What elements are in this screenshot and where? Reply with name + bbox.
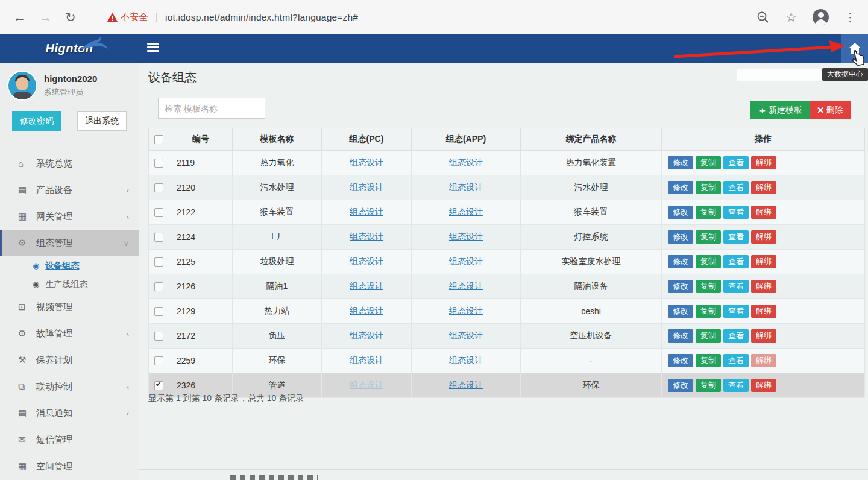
app-config-link[interactable]: 组态设计 [449, 182, 483, 192]
copy-button[interactable]: 复制 [696, 181, 721, 194]
unbind-button[interactable]: 解绑 [751, 206, 776, 219]
sidebar-item-故障管理[interactable]: ⚙故障管理‹ [0, 320, 139, 347]
app-config-link[interactable]: 组态设计 [449, 232, 483, 241]
app-config-link[interactable]: 组态设计 [449, 380, 483, 390]
pc-config-link[interactable]: 组态设计 [350, 182, 383, 192]
unbind-button[interactable]: 解绑 [751, 230, 776, 244]
row-checkbox[interactable] [154, 257, 163, 267]
copy-button[interactable]: 复制 [696, 305, 721, 318]
url-bar[interactable]: iot.idosp.net/admin/index.html?language=… [165, 12, 358, 23]
view-button[interactable]: 查看 [723, 354, 749, 367]
unbind-button[interactable]: 解绑 [751, 305, 776, 318]
copy-button[interactable]: 复制 [696, 206, 721, 219]
unbind-button[interactable]: 解绑 [751, 329, 776, 343]
edit-button[interactable]: 修改 [668, 255, 693, 268]
sidebar-item-消息通知[interactable]: ▤消息通知‹ [0, 400, 139, 426]
sidebar-subitem-设备组态[interactable]: ◉设备组态 [0, 256, 139, 275]
view-button[interactable]: 查看 [723, 379, 749, 392]
template-search-input[interactable] [158, 98, 265, 119]
sidebar-subitem-生产线组态[interactable]: ◉生产线组态 [0, 275, 139, 294]
logout-button[interactable]: 退出系统 [77, 111, 127, 131]
sidebar-item-保养计划[interactable]: ⚒保养计划 [0, 347, 139, 373]
unbind-button[interactable]: 解绑 [751, 280, 776, 293]
zoom-out-icon[interactable] [756, 11, 770, 24]
sidebar-item-产品设备[interactable]: ▤产品设备‹ [0, 177, 139, 203]
row-checkbox[interactable] [154, 307, 163, 316]
unbind-button[interactable]: 解绑 [751, 156, 776, 169]
row-checkbox[interactable] [154, 381, 163, 390]
view-button[interactable]: 查看 [723, 181, 749, 194]
row-checkbox[interactable] [154, 332, 163, 341]
pc-config-link[interactable]: 组态设计 [350, 355, 383, 365]
delete-button[interactable]: ✕删除 [810, 101, 851, 119]
edit-button[interactable]: 修改 [668, 354, 693, 367]
row-checkbox[interactable] [154, 356, 163, 365]
edit-button[interactable]: 修改 [668, 206, 693, 219]
row-checkbox[interactable] [154, 282, 163, 291]
reload-icon[interactable]: ↻ [65, 10, 76, 25]
row-checkbox[interactable] [154, 183, 163, 192]
security-warning[interactable]: 不安全 [107, 11, 148, 23]
sidebar-item-视频管理[interactable]: ⊡视频管理 [0, 294, 139, 320]
pc-config-link[interactable]: 组态设计 [350, 330, 383, 340]
unbind-button[interactable]: 解绑 [751, 354, 776, 367]
pc-config-link[interactable]: 组态设计 [350, 380, 383, 390]
edit-button[interactable]: 修改 [668, 305, 693, 318]
edit-button[interactable]: 修改 [668, 181, 693, 194]
pc-config-link[interactable]: 组态设计 [350, 207, 383, 216]
app-config-link[interactable]: 组态设计 [449, 330, 483, 340]
edit-button[interactable]: 修改 [668, 156, 693, 169]
copy-button[interactable]: 复制 [696, 379, 721, 392]
pc-config-link[interactable]: 组态设计 [350, 157, 383, 167]
pc-config-link[interactable]: 组态设计 [350, 281, 383, 291]
copy-button[interactable]: 复制 [696, 329, 721, 343]
brand-logo[interactable]: Hignton [0, 34, 139, 63]
bookmark-star-icon[interactable]: ☆ [785, 10, 797, 25]
view-button[interactable]: 查看 [723, 280, 749, 293]
select-all-checkbox[interactable] [154, 135, 163, 144]
edit-button[interactable]: 修改 [668, 280, 693, 293]
hamburger-menu-icon[interactable] [147, 43, 159, 54]
pc-config-link[interactable]: 组态设计 [350, 306, 383, 315]
new-template-button[interactable]: ＋新建模板 [750, 101, 810, 119]
back-icon[interactable]: ← [13, 10, 26, 25]
change-password-button[interactable]: 修改密码 [12, 111, 61, 131]
app-config-link[interactable]: 组态设计 [449, 281, 483, 291]
unbind-button[interactable]: 解绑 [751, 181, 776, 194]
view-button[interactable]: 查看 [723, 329, 749, 343]
app-config-link[interactable]: 组态设计 [449, 207, 483, 216]
copy-button[interactable]: 复制 [696, 156, 721, 169]
app-config-link[interactable]: 组态设计 [449, 355, 483, 365]
view-button[interactable]: 查看 [723, 206, 749, 219]
browser-menu-icon[interactable]: ⋮ [844, 10, 856, 24]
home-button[interactable] [841, 34, 868, 63]
view-button[interactable]: 查看 [723, 305, 749, 318]
view-button[interactable]: 查看 [723, 156, 749, 169]
sidebar-item-空间管理[interactable]: ▦空间管理 [0, 453, 139, 479]
sidebar-item-组态管理[interactable]: ⚙组态管理∨ [0, 230, 139, 256]
sidebar-item-网关管理[interactable]: ▦网关管理‹ [0, 203, 139, 230]
row-checkbox[interactable] [154, 208, 163, 217]
pc-config-link[interactable]: 组态设计 [350, 256, 383, 266]
sidebar-item-联动控制[interactable]: ⧉联动控制‹ [0, 373, 139, 400]
edit-button[interactable]: 修改 [668, 379, 693, 392]
view-button[interactable]: 查看 [723, 230, 749, 244]
app-config-link[interactable]: 组态设计 [449, 256, 483, 266]
row-checkbox[interactable] [154, 233, 163, 242]
sidebar-item-短信管理[interactable]: ✉短信管理 [0, 426, 139, 453]
copy-button[interactable]: 复制 [696, 255, 721, 268]
unbind-button[interactable]: 解绑 [751, 379, 776, 392]
view-button[interactable]: 查看 [723, 255, 749, 268]
sidebar-item-系统总览[interactable]: ⌂系统总览 [0, 150, 139, 177]
pc-config-link[interactable]: 组态设计 [350, 232, 383, 241]
copy-button[interactable]: 复制 [696, 230, 721, 244]
row-checkbox[interactable] [154, 159, 163, 168]
app-config-link[interactable]: 组态设计 [449, 157, 483, 167]
browser-profile-avatar[interactable] [813, 9, 829, 25]
user-avatar[interactable] [7, 71, 37, 101]
copy-button[interactable]: 复制 [696, 354, 721, 367]
unbind-button[interactable]: 解绑 [751, 255, 776, 268]
edit-button[interactable]: 修改 [668, 230, 693, 244]
app-config-link[interactable]: 组态设计 [449, 306, 483, 315]
edit-button[interactable]: 修改 [668, 329, 693, 343]
